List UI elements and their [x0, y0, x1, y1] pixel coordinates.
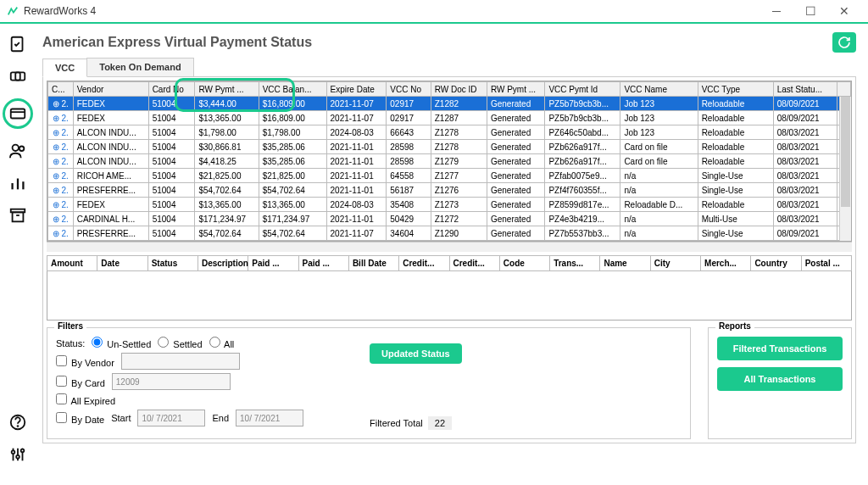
check-by-date[interactable]: By Date: [56, 412, 104, 425]
detail-column-header[interactable]: City: [650, 256, 700, 271]
sidebar-doc-check-icon[interactable]: [8, 34, 28, 54]
table-row[interactable]: ⊕ 2.FEDEX51004$3,444.00$16,809.002021-11…: [48, 97, 851, 111]
detail-column-header[interactable]: Description: [198, 256, 248, 271]
table-row[interactable]: ⊕ 2.CARDINAL H...51004$171,234.97$171,23…: [48, 212, 851, 226]
detail-column-header[interactable]: Paid ...: [298, 256, 348, 271]
link-icon[interactable]: ⊕ 2.: [48, 212, 74, 226]
svg-point-20: [21, 449, 25, 453]
sidebar-settings-icon[interactable]: [8, 444, 28, 465]
column-header[interactable]: VCC Name: [620, 82, 698, 97]
titlebar: RewardWorks 4 ─ ☐ ✕: [0, 0, 868, 24]
column-header[interactable]: C...: [48, 82, 74, 97]
detail-grid-body: [47, 271, 852, 321]
status-label: Status:: [56, 338, 85, 348]
vendor-combo[interactable]: [121, 353, 240, 370]
svg-point-18: [16, 455, 19, 459]
detail-column-header[interactable]: Code: [499, 256, 549, 271]
all-transactions-button[interactable]: All Transactions: [717, 367, 843, 391]
minimize-button[interactable]: ─: [760, 1, 793, 21]
detail-column-header[interactable]: Credit...: [399, 256, 449, 271]
filtered-total-value: 22: [428, 416, 452, 430]
radio-unsettled[interactable]: Un-Settled: [92, 337, 151, 349]
sidebar-users-icon[interactable]: [8, 141, 28, 161]
column-header[interactable]: VCC Pymt Id: [545, 82, 620, 97]
column-header[interactable]: RW Doc ID: [431, 82, 487, 97]
link-icon[interactable]: ⊕ 2.: [48, 140, 74, 154]
app-title: RewardWorks 4: [24, 5, 760, 17]
detail-column-header[interactable]: Amount: [47, 256, 97, 271]
table-row[interactable]: ⊕ 2.FEDEX51004$13,365.00$13,365.002024-0…: [48, 198, 851, 212]
table-row[interactable]: ⊕ 2.ALCON INDU...51004$1,798.00$1,798.00…: [48, 125, 851, 140]
table-row[interactable]: ⊕ 2.RICOH AME...51004$21,825.00$21,825.0…: [48, 169, 851, 183]
link-icon[interactable]: ⊕ 2.: [48, 154, 74, 169]
sidebar-help-icon[interactable]: [8, 412, 28, 432]
link-icon[interactable]: ⊕ 2.: [48, 198, 74, 212]
refresh-button[interactable]: [832, 32, 856, 53]
svg-rect-11: [13, 212, 24, 221]
card-combo[interactable]: 12009: [112, 373, 231, 390]
svg-point-14: [18, 426, 19, 426]
link-icon[interactable]: ⊕ 2.: [48, 125, 74, 140]
link-icon[interactable]: ⊕ 2.: [48, 97, 74, 111]
column-header[interactable]: Expire Date: [326, 82, 387, 97]
svg-rect-3: [11, 109, 25, 119]
updated-status-button[interactable]: Updated Status: [370, 343, 462, 364]
check-by-vendor[interactable]: By Vendor: [56, 355, 114, 368]
detail-column-header[interactable]: Bill Date: [348, 256, 398, 271]
column-header[interactable]: Card No: [148, 82, 195, 97]
tab-token-on-demand[interactable]: Token On Demand: [86, 58, 193, 76]
filters-legend: Filters: [54, 321, 86, 331]
sidebar-archive-icon[interactable]: [8, 205, 28, 226]
page-title: American Express Virtual Payment Status: [42, 35, 312, 50]
column-header[interactable]: RW Pymt ...: [195, 82, 259, 97]
radio-settled[interactable]: Settled: [158, 337, 202, 349]
svg-point-16: [12, 450, 15, 454]
table-row[interactable]: ⊕ 2.ALCON INDU...51004$4,418.25$35,285.0…: [48, 154, 851, 169]
column-header[interactable]: RW Pymt ...: [487, 82, 544, 97]
start-date[interactable]: 10/ 7/2021: [137, 410, 205, 426]
grid-scrollbar[interactable]: [839, 97, 851, 241]
detail-column-header[interactable]: Postal ...: [801, 256, 851, 271]
filtered-transactions-button[interactable]: Filtered Transactions: [717, 337, 843, 360]
tab-vcc[interactable]: VCC: [42, 59, 87, 77]
detail-column-header[interactable]: Date: [97, 256, 147, 271]
detail-column-header[interactable]: Paid ...: [248, 256, 298, 271]
table-row[interactable]: ⊕ 2.PRESFERRE...51004$54,702.64$54,702.6…: [48, 226, 851, 241]
link-icon[interactable]: ⊕ 2.: [48, 169, 74, 183]
end-date[interactable]: 10/ 7/2021: [236, 410, 303, 426]
close-button[interactable]: ✕: [827, 1, 861, 21]
detail-column-header[interactable]: Credit...: [449, 256, 499, 271]
link-icon[interactable]: ⊕ 2.: [48, 183, 74, 198]
table-row[interactable]: ⊕ 2.PRESFERRE...51004$54,702.64$54,702.6…: [48, 183, 851, 198]
column-header[interactable]: VCC Type: [698, 82, 773, 97]
main-content: American Express Virtual Payment Status …: [36, 24, 863, 480]
link-icon[interactable]: ⊕ 2.: [48, 226, 74, 241]
column-header[interactable]: Last Statu...: [773, 82, 837, 97]
table-row[interactable]: ⊕ 2.FEDEX51004$13,365.00$16,809.002021-1…: [48, 111, 851, 125]
detail-column-header[interactable]: Name: [600, 256, 650, 271]
detail-column-header[interactable]: Trans...: [550, 256, 600, 271]
detail-grid-header: AmountDateStatusDescriptionPaid ...Paid …: [47, 255, 852, 271]
app-logo-icon: [7, 5, 19, 17]
column-header[interactable]: VCC Balan...: [259, 82, 326, 97]
check-all-expired[interactable]: All Expired: [56, 393, 115, 406]
sidebar-tags-icon[interactable]: [8, 66, 28, 86]
link-icon[interactable]: ⊕ 2.: [48, 111, 74, 125]
column-header[interactable]: VCC No: [387, 82, 431, 97]
detail-column-header[interactable]: Merch...: [701, 256, 751, 271]
filters-panel: Filters Status: Un-Settled Settled All B…: [47, 327, 691, 439]
detail-column-header[interactable]: Country: [751, 256, 801, 271]
end-label: End: [212, 413, 229, 423]
sidebar-chart-icon[interactable]: [8, 173, 28, 193]
detail-column-header[interactable]: Status: [147, 256, 198, 271]
check-by-card[interactable]: By Card: [56, 376, 105, 388]
radio-all[interactable]: All: [209, 337, 235, 349]
reports-panel: Reports Filtered Transactions All Transa…: [708, 327, 852, 439]
column-header[interactable]: Vendor: [73, 82, 148, 97]
main-grid[interactable]: C...VendorCard NoRW Pymt ...VCC Balan...…: [47, 81, 852, 242]
table-row[interactable]: ⊕ 2.ALCON INDU...51004$30,866.81$35,285.…: [48, 140, 851, 154]
svg-point-6: [19, 147, 25, 152]
sidebar-card-icon[interactable]: [3, 98, 33, 129]
maximize-button[interactable]: ☐: [793, 1, 827, 21]
grid-hscrollbar[interactable]: [47, 242, 852, 252]
